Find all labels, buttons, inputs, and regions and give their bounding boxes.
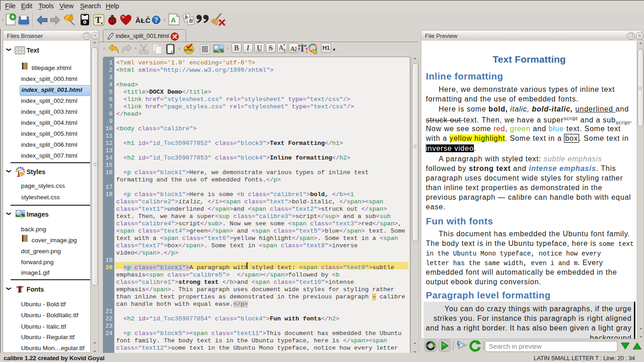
svg-text:HTML: HTML bbox=[184, 48, 193, 52]
svg-text:A: A bbox=[171, 16, 176, 24]
svg-text:?: ? bbox=[155, 16, 158, 24]
svg-text:T: T bbox=[95, 15, 101, 25]
svg-text:T: T bbox=[16, 285, 22, 294]
